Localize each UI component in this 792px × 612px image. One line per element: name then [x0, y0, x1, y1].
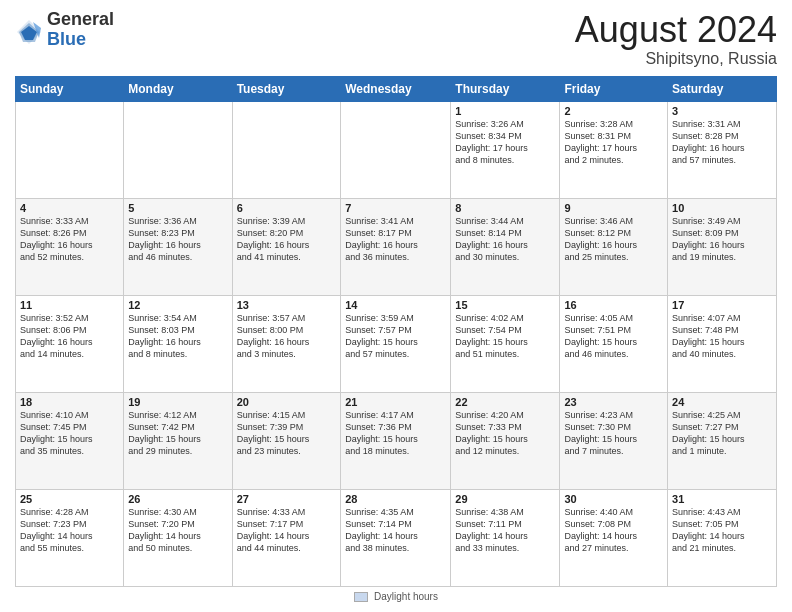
calendar-cell-w3d6: 24Sunrise: 4:25 AM Sunset: 7:27 PM Dayli… [668, 392, 777, 489]
calendar-cell-w2d5: 16Sunrise: 4:05 AM Sunset: 7:51 PM Dayli… [560, 295, 668, 392]
logo-blue: Blue [47, 30, 114, 50]
logo: General Blue [15, 10, 114, 50]
calendar-cell-w4d6: 31Sunrise: 4:43 AM Sunset: 7:05 PM Dayli… [668, 489, 777, 586]
calendar-cell-w0d5: 2Sunrise: 3:28 AM Sunset: 8:31 PM Daylig… [560, 101, 668, 198]
calendar-cell-w3d2: 20Sunrise: 4:15 AM Sunset: 7:39 PM Dayli… [232, 392, 341, 489]
day-number: 28 [345, 493, 446, 505]
day-number: 10 [672, 202, 772, 214]
calendar-cell-w2d0: 11Sunrise: 3:52 AM Sunset: 8:06 PM Dayli… [16, 295, 124, 392]
day-info: Sunrise: 4:40 AM Sunset: 7:08 PM Dayligh… [564, 506, 663, 555]
calendar-cell-w0d0 [16, 101, 124, 198]
day-number: 23 [564, 396, 663, 408]
day-info: Sunrise: 3:39 AM Sunset: 8:20 PM Dayligh… [237, 215, 337, 264]
day-number: 13 [237, 299, 337, 311]
calendar-cell-w1d5: 9Sunrise: 3:46 AM Sunset: 8:12 PM Daylig… [560, 198, 668, 295]
calendar-cell-w0d6: 3Sunrise: 3:31 AM Sunset: 8:28 PM Daylig… [668, 101, 777, 198]
day-number: 4 [20, 202, 119, 214]
week-row-2: 11Sunrise: 3:52 AM Sunset: 8:06 PM Dayli… [16, 295, 777, 392]
calendar-cell-w1d2: 6Sunrise: 3:39 AM Sunset: 8:20 PM Daylig… [232, 198, 341, 295]
calendar-cell-w3d3: 21Sunrise: 4:17 AM Sunset: 7:36 PM Dayli… [341, 392, 451, 489]
day-number: 20 [237, 396, 337, 408]
weekday-header-row: SundayMondayTuesdayWednesdayThursdayFrid… [16, 76, 777, 101]
day-info: Sunrise: 4:25 AM Sunset: 7:27 PM Dayligh… [672, 409, 772, 458]
calendar-cell-w3d4: 22Sunrise: 4:20 AM Sunset: 7:33 PM Dayli… [451, 392, 560, 489]
day-info: Sunrise: 4:15 AM Sunset: 7:39 PM Dayligh… [237, 409, 337, 458]
day-info: Sunrise: 3:33 AM Sunset: 8:26 PM Dayligh… [20, 215, 119, 264]
day-number: 12 [128, 299, 227, 311]
day-info: Sunrise: 3:57 AM Sunset: 8:00 PM Dayligh… [237, 312, 337, 361]
weekday-header-sunday: Sunday [16, 76, 124, 101]
weekday-header-thursday: Thursday [451, 76, 560, 101]
logo-text: General Blue [47, 10, 114, 50]
day-info: Sunrise: 3:26 AM Sunset: 8:34 PM Dayligh… [455, 118, 555, 167]
week-row-4: 25Sunrise: 4:28 AM Sunset: 7:23 PM Dayli… [16, 489, 777, 586]
day-info: Sunrise: 3:41 AM Sunset: 8:17 PM Dayligh… [345, 215, 446, 264]
day-info: Sunrise: 3:59 AM Sunset: 7:57 PM Dayligh… [345, 312, 446, 361]
calendar-cell-w4d1: 26Sunrise: 4:30 AM Sunset: 7:20 PM Dayli… [124, 489, 232, 586]
day-info: Sunrise: 4:12 AM Sunset: 7:42 PM Dayligh… [128, 409, 227, 458]
day-info: Sunrise: 3:54 AM Sunset: 8:03 PM Dayligh… [128, 312, 227, 361]
day-number: 9 [564, 202, 663, 214]
calendar-table: SundayMondayTuesdayWednesdayThursdayFrid… [15, 76, 777, 587]
day-info: Sunrise: 4:23 AM Sunset: 7:30 PM Dayligh… [564, 409, 663, 458]
calendar-cell-w2d6: 17Sunrise: 4:07 AM Sunset: 7:48 PM Dayli… [668, 295, 777, 392]
day-number: 14 [345, 299, 446, 311]
day-number: 27 [237, 493, 337, 505]
calendar-cell-w1d1: 5Sunrise: 3:36 AM Sunset: 8:23 PM Daylig… [124, 198, 232, 295]
day-number: 19 [128, 396, 227, 408]
day-info: Sunrise: 4:20 AM Sunset: 7:33 PM Dayligh… [455, 409, 555, 458]
calendar-cell-w1d0: 4Sunrise: 3:33 AM Sunset: 8:26 PM Daylig… [16, 198, 124, 295]
week-row-1: 4Sunrise: 3:33 AM Sunset: 8:26 PM Daylig… [16, 198, 777, 295]
calendar-cell-w4d2: 27Sunrise: 4:33 AM Sunset: 7:17 PM Dayli… [232, 489, 341, 586]
calendar-cell-w3d1: 19Sunrise: 4:12 AM Sunset: 7:42 PM Dayli… [124, 392, 232, 489]
calendar-cell-w2d2: 13Sunrise: 3:57 AM Sunset: 8:00 PM Dayli… [232, 295, 341, 392]
calendar-cell-w0d4: 1Sunrise: 3:26 AM Sunset: 8:34 PM Daylig… [451, 101, 560, 198]
day-number: 16 [564, 299, 663, 311]
day-info: Sunrise: 3:49 AM Sunset: 8:09 PM Dayligh… [672, 215, 772, 264]
day-number: 1 [455, 105, 555, 117]
title-location: Shipitsyno, Russia [575, 50, 777, 68]
day-info: Sunrise: 3:31 AM Sunset: 8:28 PM Dayligh… [672, 118, 772, 167]
calendar-cell-w4d5: 30Sunrise: 4:40 AM Sunset: 7:08 PM Dayli… [560, 489, 668, 586]
daylight-swatch [354, 592, 368, 602]
day-number: 6 [237, 202, 337, 214]
day-info: Sunrise: 4:02 AM Sunset: 7:54 PM Dayligh… [455, 312, 555, 361]
calendar-cell-w4d3: 28Sunrise: 4:35 AM Sunset: 7:14 PM Dayli… [341, 489, 451, 586]
calendar-cell-w3d0: 18Sunrise: 4:10 AM Sunset: 7:45 PM Dayli… [16, 392, 124, 489]
day-number: 22 [455, 396, 555, 408]
day-number: 5 [128, 202, 227, 214]
generalblue-icon [15, 18, 43, 46]
weekday-header-monday: Monday [124, 76, 232, 101]
day-info: Sunrise: 3:46 AM Sunset: 8:12 PM Dayligh… [564, 215, 663, 264]
daylight-label: Daylight hours [374, 591, 438, 602]
day-info: Sunrise: 4:10 AM Sunset: 7:45 PM Dayligh… [20, 409, 119, 458]
calendar-cell-w4d0: 25Sunrise: 4:28 AM Sunset: 7:23 PM Dayli… [16, 489, 124, 586]
weekday-header-tuesday: Tuesday [232, 76, 341, 101]
footer: Daylight hours [15, 591, 777, 602]
day-number: 7 [345, 202, 446, 214]
calendar-cell-w2d4: 15Sunrise: 4:02 AM Sunset: 7:54 PM Dayli… [451, 295, 560, 392]
day-info: Sunrise: 4:28 AM Sunset: 7:23 PM Dayligh… [20, 506, 119, 555]
day-info: Sunrise: 4:35 AM Sunset: 7:14 PM Dayligh… [345, 506, 446, 555]
day-number: 8 [455, 202, 555, 214]
day-number: 26 [128, 493, 227, 505]
calendar-cell-w1d3: 7Sunrise: 3:41 AM Sunset: 8:17 PM Daylig… [341, 198, 451, 295]
week-row-3: 18Sunrise: 4:10 AM Sunset: 7:45 PM Dayli… [16, 392, 777, 489]
week-row-0: 1Sunrise: 3:26 AM Sunset: 8:34 PM Daylig… [16, 101, 777, 198]
page: General Blue August 2024 Shipitsyno, Rus… [0, 0, 792, 612]
day-info: Sunrise: 4:07 AM Sunset: 7:48 PM Dayligh… [672, 312, 772, 361]
day-number: 2 [564, 105, 663, 117]
day-number: 24 [672, 396, 772, 408]
weekday-header-friday: Friday [560, 76, 668, 101]
day-info: Sunrise: 3:44 AM Sunset: 8:14 PM Dayligh… [455, 215, 555, 264]
calendar-cell-w1d4: 8Sunrise: 3:44 AM Sunset: 8:14 PM Daylig… [451, 198, 560, 295]
day-info: Sunrise: 3:52 AM Sunset: 8:06 PM Dayligh… [20, 312, 119, 361]
title-block: August 2024 Shipitsyno, Russia [575, 10, 777, 68]
day-number: 18 [20, 396, 119, 408]
day-number: 25 [20, 493, 119, 505]
day-number: 21 [345, 396, 446, 408]
calendar-cell-w0d2 [232, 101, 341, 198]
day-info: Sunrise: 3:36 AM Sunset: 8:23 PM Dayligh… [128, 215, 227, 264]
calendar-cell-w0d1 [124, 101, 232, 198]
calendar-cell-w1d6: 10Sunrise: 3:49 AM Sunset: 8:09 PM Dayli… [668, 198, 777, 295]
